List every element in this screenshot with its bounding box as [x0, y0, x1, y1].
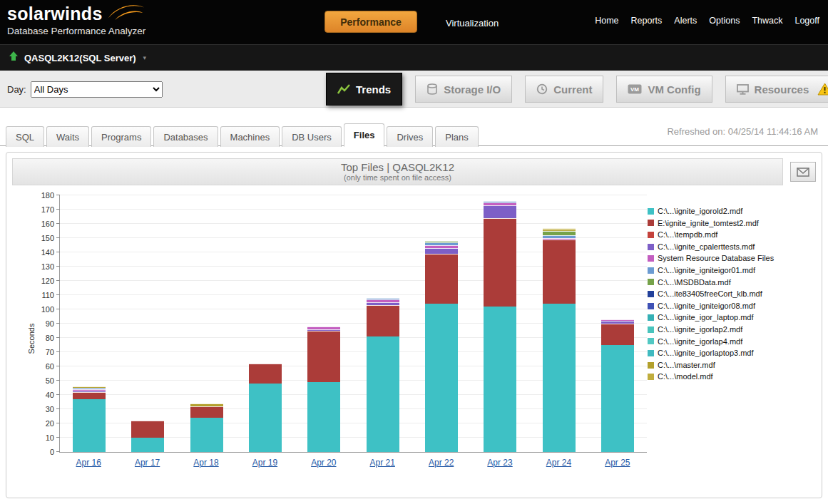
refreshed-label: Refreshed on: 04/25/14 11:44:16 AM — [667, 126, 818, 137]
x-label-apr-17[interactable]: Apr 17 — [135, 458, 160, 468]
x-label-apr-22[interactable]: Apr 22 — [429, 458, 454, 468]
svg-text:VM: VM — [630, 86, 639, 93]
nav-logoff[interactable]: Logoff — [794, 16, 819, 26]
tab-waits[interactable]: Waits — [46, 126, 89, 147]
x-label-apr-25[interactable]: Apr 25 — [605, 458, 630, 468]
tab-db-users[interactable]: DB Users — [282, 126, 342, 147]
bar-segment — [73, 399, 106, 452]
x-label-apr-24[interactable]: Apr 24 — [546, 458, 571, 468]
bar-apr-22[interactable] — [425, 241, 458, 452]
panel-header-band: Top Files | QASQL2K12 (only time spent o… — [12, 158, 783, 185]
y-tick-label: 90 — [30, 319, 54, 328]
clock-icon — [536, 83, 548, 95]
x-label-apr-20[interactable]: Apr 20 — [311, 458, 336, 468]
legend-swatch — [648, 326, 654, 333]
server-name: QASQL2K12(SQL Server) — [24, 53, 136, 63]
view-tab-storage-i-o[interactable]: Storage I/O — [415, 76, 512, 103]
view-tab-vm-config[interactable]: VMVM Config — [616, 76, 712, 103]
bar-apr-18[interactable] — [190, 403, 223, 452]
envelope-icon — [797, 168, 809, 177]
bar-segment — [484, 205, 516, 218]
app-title: Database Performance Analyzer — [7, 26, 145, 36]
x-label-apr-23[interactable]: Apr 23 — [487, 458, 512, 468]
x-label-apr-16[interactable]: Apr 16 — [76, 458, 101, 468]
tab-sql[interactable]: SQL — [6, 126, 44, 147]
bar-segment — [307, 331, 340, 382]
x-label-apr-18[interactable]: Apr 18 — [193, 458, 218, 468]
nav-home[interactable]: Home — [595, 16, 618, 26]
y-tick-label: 10 — [30, 433, 54, 442]
nav-thwack[interactable]: Thwack — [752, 16, 782, 26]
bar-segment — [190, 418, 223, 452]
y-tick-label: 140 — [30, 248, 54, 257]
solarwinds-logo-icon — [106, 2, 145, 25]
y-tick-label: 70 — [30, 348, 54, 356]
chart-legend: C:\...\ignite_igorold2.mdfE:\ignite_igni… — [648, 205, 816, 383]
y-tick-label: 150 — [30, 234, 54, 242]
bar-segment — [73, 392, 106, 399]
bar-segment — [543, 304, 576, 452]
bar-segment — [425, 304, 458, 452]
bar-apr-17[interactable] — [131, 421, 164, 452]
view-tab-label: Current — [553, 83, 592, 96]
legend-swatch — [648, 279, 654, 285]
view-tab-trends[interactable]: Trends — [326, 73, 402, 106]
bar-segment — [190, 406, 223, 418]
bar-apr-20[interactable] — [307, 326, 340, 452]
bar-segment — [131, 438, 164, 452]
bar-segment — [601, 345, 634, 452]
x-label-apr-21[interactable]: Apr 21 — [370, 458, 395, 468]
tab-files[interactable]: Files — [344, 123, 385, 147]
x-label-apr-19[interactable]: Apr 19 — [252, 458, 277, 468]
nav-reports[interactable]: Reports — [631, 16, 663, 26]
bar-apr-21[interactable] — [367, 298, 399, 452]
panel-title: Top Files | QASQL2K12 — [13, 161, 782, 173]
y-tick-label: 0 — [30, 448, 54, 456]
view-tabs: TrendsStorage I/OCurrentVMVM ConfigResou… — [326, 71, 828, 108]
server-bar[interactable]: QASQL2K12(SQL Server) ▾ — [0, 44, 828, 71]
legend-item: C:\...\ignite_cpalerttests.mdf — [648, 241, 816, 253]
y-tick-label: 60 — [30, 362, 54, 371]
y-tick-label: 160 — [30, 220, 54, 228]
day-select[interactable]: All Days — [31, 81, 163, 98]
view-tab-label: VM Config — [648, 83, 700, 96]
chart: Seconds 01020304050607080901001101201301… — [12, 195, 816, 488]
y-tick-label: 80 — [30, 334, 54, 342]
tab-machines[interactable]: Machines — [220, 126, 280, 147]
performance-button[interactable]: Performance — [324, 11, 417, 33]
trends-icon — [337, 84, 350, 95]
bar-segment — [367, 305, 399, 336]
virtualization-link[interactable]: Virtualization — [446, 18, 499, 29]
legend-item: C:\...\ignite_igorlaptop3.mdf — [648, 347, 816, 359]
bar-apr-16[interactable] — [73, 386, 106, 452]
legend-item: C:\...\ignite_igorlap4.mdf — [648, 336, 816, 348]
bar-segment — [131, 421, 164, 438]
legend-swatch — [648, 267, 654, 274]
tab-databases[interactable]: Databases — [153, 126, 218, 147]
view-tab-resources[interactable]: Resources — [725, 76, 828, 103]
tab-drives[interactable]: Drives — [387, 126, 433, 147]
tab-plans[interactable]: Plans — [435, 126, 479, 147]
bar-apr-25[interactable] — [601, 319, 634, 452]
bar-segment — [484, 218, 516, 307]
bar-segment — [249, 364, 282, 384]
bar-apr-23[interactable] — [484, 201, 516, 452]
bar-segment — [249, 384, 282, 452]
chart-panel: Top Files | QASQL2K12 (only time spent o… — [6, 152, 822, 498]
top-header: solarwinds Database Performance Analyzer… — [0, 0, 828, 44]
bar-segment — [307, 382, 340, 452]
bar-apr-24[interactable] — [543, 228, 576, 452]
tab-programs[interactable]: Programs — [91, 126, 151, 147]
chevron-down-icon[interactable]: ▾ — [143, 54, 147, 61]
brand-name: solarwinds — [7, 4, 103, 24]
legend-item: C:\...\model.mdf — [648, 371, 816, 383]
bar-segment — [543, 240, 576, 304]
view-tab-current[interactable]: Current — [525, 76, 603, 103]
bar-apr-19[interactable] — [249, 364, 282, 452]
nav-alerts[interactable]: Alerts — [674, 16, 697, 26]
storage-icon — [426, 83, 438, 95]
bar-segment — [425, 254, 458, 304]
email-button[interactable] — [790, 162, 816, 182]
nav-options[interactable]: Options — [709, 16, 740, 26]
legend-swatch — [648, 374, 654, 380]
